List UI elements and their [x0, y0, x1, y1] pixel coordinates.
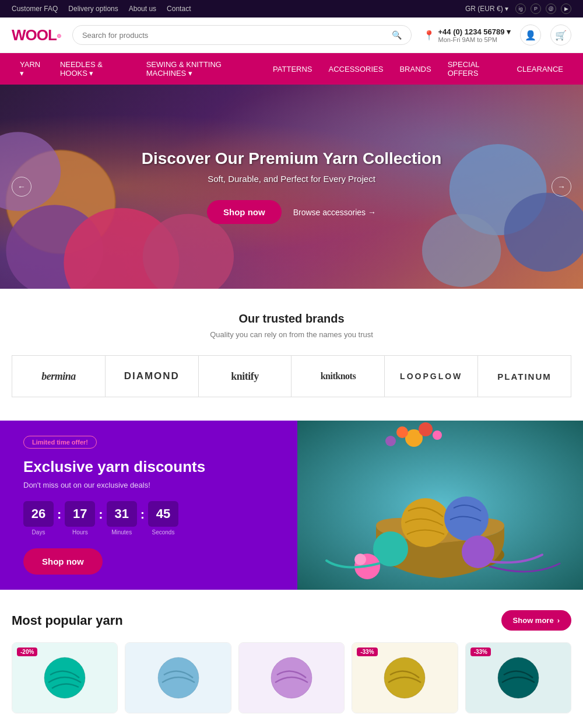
svg-point-8 — [422, 214, 501, 287]
countdown-minutes-label: Minutes — [107, 529, 137, 536]
nav-accessories[interactable]: ACCESSORIES — [321, 53, 392, 85]
countdown-sep-1: : — [57, 507, 61, 530]
promo-section: Limited time offer! Exclusive yarn disco… — [0, 421, 583, 590]
promo-image-svg — [297, 421, 583, 590]
show-more-button[interactable]: Show more › — [501, 610, 571, 631]
topbar-link-delivery[interactable]: Delivery options — [68, 5, 118, 13]
hero-browse-link[interactable]: Browse accessories → — [293, 208, 376, 217]
brands-grid: bermina DIAMOND knitify knitknots LOOPGL… — [12, 355, 571, 397]
svg-point-18 — [444, 496, 489, 541]
brand-platinum[interactable]: PLATINUM — [478, 356, 571, 397]
search-icon[interactable]: 🔍 — [392, 30, 402, 40]
hero-section: Discover Our Premium Yarn Collection Sof… — [0, 85, 583, 289]
svg-point-15 — [385, 436, 396, 446]
yarn-ball-svg-1 — [41, 654, 88, 701]
nav-clearance[interactable]: CLEARANCE — [509, 53, 571, 85]
hero-prev-button[interactable]: ← — [12, 177, 31, 197]
nav-left: YARN ▾ NEEDLES & HOOKS ▾ SEWING & KNITTI… — [12, 53, 391, 85]
nav-patterns[interactable]: PATTERNS — [265, 53, 320, 85]
svg-point-20 — [462, 536, 494, 568]
countdown-sep-2: : — [99, 507, 103, 530]
topbar-link-faq[interactable]: Customer FAQ — [12, 5, 58, 13]
svg-point-13 — [419, 422, 433, 436]
brand-knitknots[interactable]: knitknots — [292, 356, 385, 397]
top-bar-links: Customer FAQ Delivery options About us C… — [12, 5, 191, 13]
hero-content: Discover Our Premium Yarn Collection Sof… — [142, 149, 442, 224]
countdown-hours-value: 17 — [65, 501, 95, 527]
countdown-days-value: 26 — [23, 501, 54, 527]
instagram-icon[interactable]: ig — [515, 4, 526, 14]
brand-bermina[interactable]: bermina — [12, 356, 106, 397]
topbar-link-contact[interactable]: Contact — [167, 5, 191, 13]
hero-shop-now-button[interactable]: Shop now — [207, 200, 282, 224]
countdown-hours: 17 Hours — [65, 501, 95, 536]
brand-knitify[interactable]: knitify — [199, 356, 292, 397]
product-card-1[interactable]: -20% — [12, 642, 118, 713]
products-grid: -20% — [12, 642, 571, 713]
brand-diamond[interactable]: DIAMOND — [106, 356, 199, 397]
nav-yarn[interactable]: YARN ▾ — [12, 53, 52, 85]
pinterest-icon[interactable]: P — [531, 4, 541, 14]
main-nav: YARN ▾ NEEDLES & HOOKS ▾ SEWING & KNITTI… — [0, 53, 583, 85]
product-image-2 — [125, 643, 230, 713]
brand-logo-loopglow: LOOPGLOW — [400, 372, 462, 381]
promo-left: Limited time offer! Exclusive yarn disco… — [0, 421, 297, 590]
hero-title: Discover Our Premium Yarn Collection — [142, 149, 442, 168]
search-input[interactable] — [82, 31, 387, 40]
brands-title: Our trusted brands — [12, 312, 571, 326]
product-card-3[interactable] — [238, 642, 345, 713]
nav-needles[interactable]: NEEDLES & HOOKS ▾ — [52, 53, 138, 85]
hero-next-button[interactable]: → — [552, 177, 571, 197]
social-icons: ig P @ ▶ — [515, 4, 571, 14]
promo-subtitle: Don't miss out on our exclusive deals! — [23, 481, 150, 489]
yarn-ball-svg-4 — [381, 654, 428, 701]
topbar-link-about[interactable]: About us — [129, 5, 156, 13]
product-badge-4: -33% — [357, 648, 377, 656]
nav-special-offers[interactable]: SPECIAL OFFERS — [440, 53, 509, 85]
countdown-days-label: Days — [23, 529, 54, 536]
popular-section: Most popular yarn Show more › -20% — [0, 590, 583, 728]
hero-buttons: Shop now Browse accessories → — [142, 200, 442, 224]
countdown-sep-3: : — [141, 507, 145, 530]
phone-number: +44 (0) 1234 56789 ▾ — [438, 27, 511, 36]
currency-selector[interactable]: GR (EUR €) ▾ — [465, 5, 508, 13]
brand-logo-bermina: bermina — [41, 370, 76, 383]
youtube-icon[interactable]: ▶ — [561, 4, 571, 14]
brand-logo-platinum: PLATINUM — [497, 372, 551, 382]
brand-logo-knitknots: knitknots — [321, 371, 356, 382]
promo-shop-now-button[interactable]: Shop now — [23, 548, 103, 575]
yarn-ball-svg-3 — [268, 654, 315, 701]
nav-brands[interactable]: BRANDS — [391, 53, 439, 85]
brand-loopglow[interactable]: LOOPGLOW — [385, 356, 478, 397]
nav-sewing[interactable]: SEWING & KNITTING MACHINES ▾ — [138, 53, 265, 85]
countdown-seconds-value: 45 — [148, 501, 178, 527]
header-right: 📍 +44 (0) 1234 56789 ▾ Mon-Fri 9AM to 5P… — [423, 24, 571, 46]
top-bar: Customer FAQ Delivery options About us C… — [0, 0, 583, 18]
hero-subtitle: Soft, Durable, and Perfect for Every Pro… — [142, 174, 442, 184]
product-card-4[interactable]: -33% — [352, 642, 458, 713]
phone-info: 📍 +44 (0) 1234 56789 ▾ Mon-Fri 9AM to 5P… — [423, 27, 511, 43]
countdown-timer: 26 Days : 17 Hours : 31 Minutes : 45 Sec… — [23, 501, 178, 536]
top-bar-right: GR (EUR €) ▾ ig P @ ▶ — [465, 4, 571, 14]
yarn-ball-svg-5 — [495, 654, 542, 701]
popular-title: Most popular yarn — [12, 613, 123, 628]
brand-logo-diamond: DIAMOND — [124, 370, 180, 382]
promo-badge: Limited time offer! — [23, 436, 97, 449]
product-card-2[interactable] — [125, 642, 231, 713]
promo-title: Exclusive yarn discounts — [23, 458, 205, 476]
nav-right: BRANDS SPECIAL OFFERS CLEARANCE — [391, 53, 571, 85]
countdown-minutes: 31 Minutes — [107, 501, 137, 536]
account-icon[interactable]: 👤 — [520, 24, 541, 46]
brands-section: Our trusted brands Quality you can rely … — [0, 289, 583, 421]
logo[interactable]: WOOL⊕ — [12, 26, 61, 44]
countdown-days: 26 Days — [23, 501, 54, 536]
product-badge-5: -33% — [470, 648, 491, 656]
chevron-right-icon: › — [557, 616, 560, 625]
brand-logo-knitify: knitify — [231, 370, 259, 383]
threads-icon[interactable]: @ — [546, 4, 556, 14]
search-bar: 🔍 — [72, 25, 412, 45]
countdown-seconds: 45 Seconds — [148, 501, 178, 536]
product-card-5[interactable]: -33% — [465, 642, 571, 713]
cart-icon[interactable]: 🛒 — [550, 24, 571, 46]
phone-hours: Mon-Fri 9AM to 5PM — [438, 36, 511, 43]
